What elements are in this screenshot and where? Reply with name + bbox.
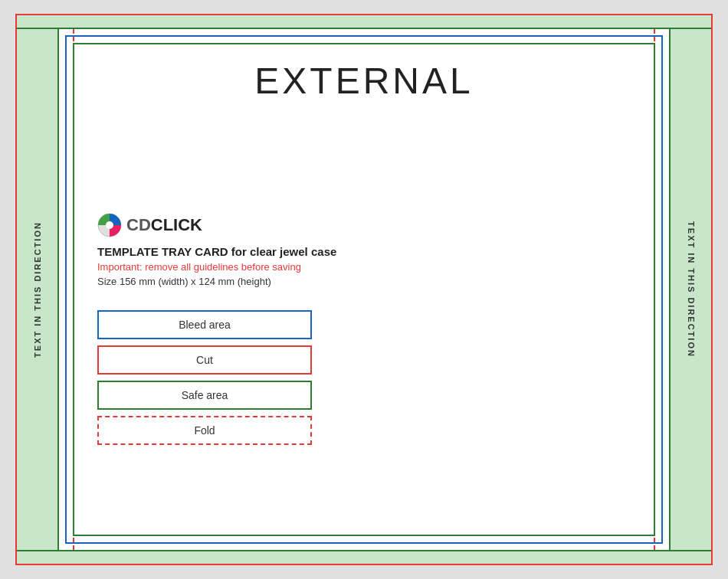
external-title: EXTERNAL — [59, 60, 669, 102]
left-sidebar-text: TEXT IN THIS DIRECTION — [33, 221, 42, 358]
legend-bleed-label: Bleed area — [179, 319, 231, 331]
legend: Bleed area Cut Safe area Fold — [97, 310, 631, 445]
template-title: TEMPLATE TRAY CARD for clear jewel case — [97, 245, 631, 258]
green-border-left: TEXT IN THIS DIRECTION — [17, 29, 59, 550]
legend-bleed: Bleed area — [97, 310, 312, 339]
green-border-bottom — [17, 550, 711, 564]
content-block: CDCLICK TEMPLATE TRAY CARD for clear jew… — [97, 213, 631, 445]
legend-fold: Fold — [97, 416, 312, 445]
legend-safe-label: Safe area — [182, 389, 228, 401]
logo-click: CLICK — [151, 215, 202, 234]
inner-area: EXTERNAL CDCLICK — [59, 29, 669, 550]
cdclick-icon — [97, 213, 122, 237]
legend-cut-label: Cut — [196, 354, 213, 366]
right-sidebar-text: TEXT IN THIS DIRECTION — [687, 221, 696, 358]
legend-cut: Cut — [97, 345, 312, 375]
main-container: TEXT IN THIS DIRECTION TEXT IN THIS DIRE… — [15, 14, 713, 565]
legend-fold-label: Fold — [194, 424, 215, 437]
important-text: Important: remove all guidelines before … — [97, 261, 631, 273]
logo-line: CDCLICK — [97, 213, 631, 237]
size-text: Size 156 mm (width) x 124 mm (height) — [97, 276, 631, 287]
green-border-top — [17, 15, 711, 29]
logo-cd: CD — [126, 215, 151, 234]
svg-point-1 — [106, 221, 113, 229]
legend-safe: Safe area — [97, 381, 312, 410]
logo-text: CDCLICK — [126, 215, 202, 235]
green-border-right: TEXT IN THIS DIRECTION — [669, 29, 711, 550]
